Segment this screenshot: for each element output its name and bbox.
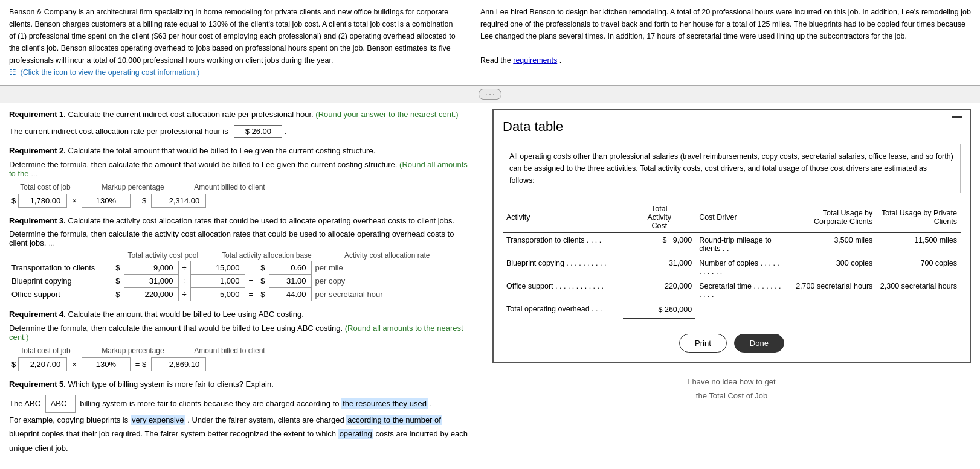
requirements-link[interactable]: requirements [513, 56, 557, 65]
req2-section: Requirement 2. Calculate the total amoun… [9, 145, 474, 208]
data-table: Activity TotalActivityCost Cost Driver T… [503, 202, 961, 319]
req4-billed[interactable]: 2,869.10 [152, 358, 206, 371]
req5-highlight4: operating [338, 429, 373, 439]
req2-title: Requirement 2. Calculate the total amoun… [9, 145, 474, 158]
req2-markup[interactable]: 130% [82, 194, 130, 207]
req1-answer-box[interactable]: $ 26.00 [234, 125, 282, 138]
dt-col-corp: Total Usage byCorporate Clients [786, 202, 877, 233]
top-right-text: Ann Lee hired Benson to design her kitch… [480, 8, 971, 40]
req4-formula-values: $ 2,207.00 × 130% = $ 2,869.10 [9, 357, 206, 371]
req5-label: Requirement 5. [9, 380, 66, 389]
req5-text: Which type of billing system is more fai… [68, 380, 274, 389]
req3-row-transport: Transportation to clients $ 9,000 ÷ 15,0… [9, 261, 444, 275]
req3-statement: Determine the formula, then calculate th… [9, 229, 474, 247]
dt-row-office: Office support . . . . . . . . . . . . 2… [503, 279, 961, 302]
req3-office-base[interactable]: 5,000 [190, 288, 245, 301]
req3-col3: Activity cost allocation rate [330, 251, 444, 260]
req3-col1: Total activity cost pool [123, 251, 203, 260]
data-table-info-text: All operating costs other than professio… [509, 152, 953, 185]
divider-row: · · · [0, 86, 980, 103]
req3-blueprint-base[interactable]: 1,000 [190, 275, 245, 288]
right-content: Data table All operating costs other tha… [483, 103, 980, 467]
req5-highlight1: the resources they used [341, 398, 428, 409]
req3-office-rate[interactable]: 44.00 [269, 288, 311, 301]
left-content: Requirement 1. Calculate the current ind… [0, 103, 483, 467]
req2-header-col1: Total cost of job [9, 182, 82, 193]
dt-row-transport: Transporation to clients . . . . $ 9,000… [503, 233, 961, 257]
req3-text: Calculate the activity cost allocation r… [68, 216, 455, 225]
req2-statement: Determine the formula, then calculate th… [9, 160, 474, 178]
req3-col-headers: Total activity cost pool Total activity … [9, 251, 444, 260]
req5-answer: The ABC ABC billing system is more fair … [9, 395, 474, 413]
req3-transport-base[interactable]: 15,000 [190, 261, 245, 275]
req4-formula-header: Total cost of job Markup percentage Amou… [9, 345, 275, 356]
done-button[interactable]: Done [734, 334, 784, 353]
req4-title: Requirement 4. Calculate the amount that… [9, 308, 474, 321]
req3-blueprint-rate[interactable]: 31.00 [269, 275, 311, 288]
req1-text: Calculate the current indirect cost allo… [68, 110, 314, 119]
req3-col2: Total activity allocation base [216, 251, 317, 260]
bottom-note: I have no idea how to get the Total Cost… [492, 375, 971, 403]
top-right-read: Read the [480, 56, 511, 65]
req3-transport-rate[interactable]: 0.60 [269, 261, 311, 275]
req3-title: Requirement 3. Calculate the activity co… [9, 215, 474, 228]
req4-text: Calculate the amount that would be bille… [68, 310, 304, 319]
req4-total-cost[interactable]: 2,207.00 [19, 358, 67, 371]
req4-header-col2: Markup percentage [94, 345, 172, 356]
req3-row-blueprint: Blueprint copying $ 31,000 ÷ 1,000 = $ 3… [9, 275, 444, 288]
req4-section: Requirement 4. Calculate the amount that… [9, 308, 474, 371]
top-right-period: . [559, 56, 561, 65]
top-left-description: Benson & Company is an architectural fir… [9, 6, 468, 78]
top-left-text: Benson & Company is an architectural fir… [9, 8, 456, 65]
top-left-link[interactable]: ☷ (Click the icon to view the operating … [9, 68, 199, 77]
dt-col-activity: Activity [503, 202, 623, 233]
data-table-panel: Data table All operating costs other tha… [492, 109, 971, 363]
req2-header-col2: Markup percentage [94, 182, 172, 193]
req5-highlight2: very expensive [131, 415, 185, 425]
req3-blueprint-pool[interactable]: 31,000 [124, 275, 178, 288]
req5-section: Requirement 5. Which type of billing sys… [9, 378, 474, 455]
req5-line2: For example, copying blueprints is very … [9, 413, 474, 455]
data-table-buttons: Print Done [503, 334, 961, 353]
req3-section: Requirement 3. Calculate the activity co… [9, 215, 474, 302]
req4-markup[interactable]: 130% [82, 358, 130, 371]
top-right-description: Ann Lee hired Benson to design her kitch… [468, 6, 971, 78]
req1-label: Requirement 1. [9, 110, 66, 119]
data-table-info-box: All operating costs other than professio… [503, 144, 961, 193]
req5-system-input[interactable]: ABC [45, 395, 76, 413]
divider-dots: · · · [479, 89, 501, 100]
dt-row-blueprint: Blueprint copying . . . . . . . . . . 31… [503, 256, 961, 279]
req4-label: Requirement 4. [9, 310, 66, 319]
dt-col-cost: TotalActivityCost [623, 202, 695, 233]
req2-billed[interactable]: 2,314.00 [152, 194, 206, 207]
req2-formula-header: Total cost of job Markup percentage Amou… [9, 182, 275, 193]
req1-title: Requirement 1. Calculate the current ind… [9, 109, 474, 121]
req3-office-pool[interactable]: 220,000 [124, 288, 178, 301]
req2-text: Calculate the total amount that would be… [68, 146, 376, 155]
req1-section: Requirement 1. Calculate the current ind… [9, 109, 474, 138]
req4-header-col3: Amount billed to client [184, 345, 275, 356]
dt-col-priv: Total Usage by PrivateClients [876, 202, 961, 233]
req2-label: Requirement 2. [9, 146, 66, 155]
req2-formula-values: $ 1,780.00 × 130% = $ 2,314.00 [9, 194, 206, 208]
req3-activity-rows: Transportation to clients $ 9,000 ÷ 15,0… [9, 261, 444, 301]
req1-statement: The current indirect cost allocation rat… [9, 125, 474, 138]
req1-green: (Round your answer to the nearest cent.) [315, 110, 458, 119]
print-button[interactable]: Print [679, 334, 727, 353]
req4-statement: Determine the formula, then calculate th… [9, 324, 474, 342]
req5-highlight3: according to the number of [346, 415, 442, 425]
dt-row-total: Total operating overhead . . . $ 260,000 [503, 302, 961, 317]
req2-header-col3: Amount billed to client [184, 182, 275, 193]
req2-total-cost[interactable]: 1,780.00 [19, 194, 67, 207]
req3-row-office: Office support $ 220,000 ÷ 5,000 = $ 44.… [9, 288, 444, 301]
main-content: Requirement 1. Calculate the current ind… [0, 103, 980, 467]
req4-header-col1: Total cost of job [9, 345, 82, 356]
req3-label: Requirement 3. [9, 216, 66, 225]
data-table-title: Data table [503, 119, 961, 135]
dt-col-driver: Cost Driver [695, 202, 786, 233]
req5-title: Requirement 5. Which type of billing sys… [9, 378, 474, 391]
minimize-button[interactable] [952, 116, 962, 118]
req3-transport-pool[interactable]: 9,000 [124, 261, 178, 275]
